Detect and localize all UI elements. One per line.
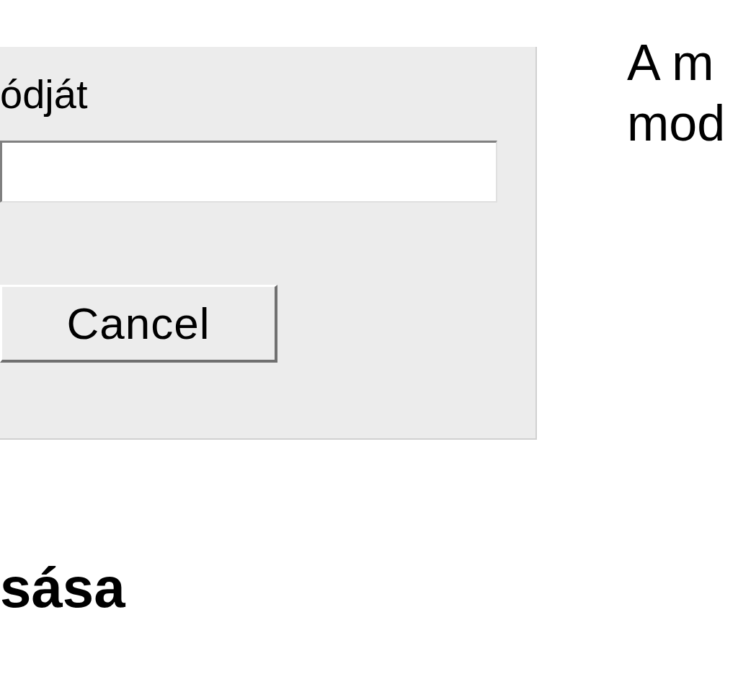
side-text-line1: A m	[627, 32, 725, 93]
side-text-block: A m mod	[627, 32, 725, 154]
dialog-panel: ódját Cancel	[0, 47, 537, 440]
dialog-prompt-label: ódját	[0, 71, 87, 118]
code-input[interactable]	[0, 141, 497, 203]
cancel-button[interactable]: Cancel	[0, 285, 277, 363]
section-heading: sása	[0, 555, 125, 621]
side-text-line2: mod	[627, 93, 725, 154]
